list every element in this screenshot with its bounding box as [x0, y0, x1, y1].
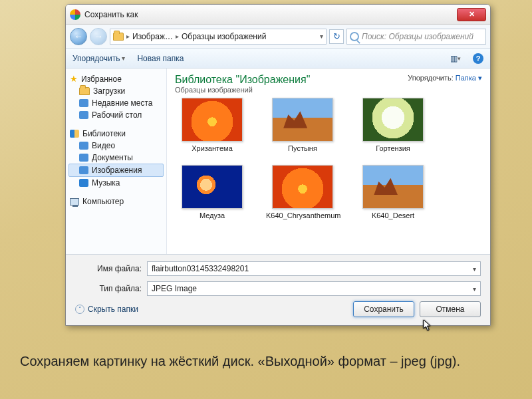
save-form: Имя файла: flairbutton03145332498201▾ Ти…	[66, 255, 490, 325]
chevron-down-icon[interactable]: ▾	[473, 265, 476, 273]
view-options-button[interactable]: ▥ ▾	[450, 53, 461, 64]
thumbnail-item[interactable]: Гортензия	[356, 98, 430, 153]
thumbnail-image	[272, 98, 333, 142]
filename-label: Имя файла:	[75, 264, 142, 273]
sidebar-item-desktop[interactable]: Рабочий стол	[68, 109, 164, 121]
close-button[interactable]: ✕	[457, 8, 486, 21]
save-as-dialog: Сохранить как ✕ ← → ▸ Изображ… ▸ Образцы…	[65, 4, 491, 326]
window-title: Сохранить как	[84, 10, 457, 19]
thumbnail-image	[182, 165, 243, 209]
thumbnail-image	[272, 165, 333, 209]
content-pane: Библиотека "Изображения" Образцы изображ…	[167, 68, 490, 254]
save-button[interactable]: Сохранить	[353, 301, 414, 317]
libraries-icon	[70, 130, 79, 138]
arrange-by[interactable]: Упорядочить: Папка ▾	[408, 74, 482, 82]
thumbnail-label: K640_Desert	[372, 211, 414, 220]
chrome-icon	[70, 9, 80, 20]
sidebar-item-pictures[interactable]: Изображения	[68, 164, 164, 177]
chevron-up-icon: ˄	[75, 305, 84, 314]
sidebar-item-video[interactable]: Видео	[68, 140, 164, 152]
folder-icon	[79, 87, 90, 95]
nav-bar: ← → ▸ Изображ… ▸ Образцы изображений ▾ ↻…	[66, 25, 490, 49]
help-button[interactable]: ?	[473, 53, 483, 64]
forward-button[interactable]: →	[90, 28, 107, 45]
sidebar-computer[interactable]: Компьютер	[68, 196, 164, 207]
hide-folders-toggle[interactable]: ˄ Скрыть папки	[75, 305, 138, 314]
thumbnail-label: Пустыня	[288, 144, 317, 153]
sidebar-item-downloads[interactable]: Загрузки	[68, 85, 164, 97]
thumbnail-image	[362, 98, 424, 142]
chevron-right-icon: ▸	[126, 33, 130, 40]
titlebar: Сохранить как ✕	[66, 5, 490, 25]
desktop-icon	[79, 111, 88, 119]
chevron-right-icon: ▸	[176, 33, 179, 40]
search-icon	[350, 32, 359, 41]
thumbnail-item[interactable]: K640_Chrysanthemum	[265, 165, 340, 220]
search-input[interactable]: Поиск: Образцы изображений	[346, 29, 486, 45]
thumbnail-image	[362, 165, 424, 209]
library-subtitle: Образцы изображений	[175, 86, 310, 94]
chevron-down-icon[interactable]: ▾	[320, 33, 323, 40]
sidebar-item-documents[interactable]: Документы	[68, 152, 164, 164]
library-title: Библиотека "Изображения"	[175, 74, 310, 86]
back-button[interactable]: ←	[70, 28, 87, 45]
recent-icon	[79, 99, 88, 107]
computer-icon	[70, 198, 79, 205]
filename-input[interactable]: flairbutton03145332498201▾	[147, 261, 481, 276]
crumb-1[interactable]: Изображ…	[132, 32, 173, 41]
crumb-2[interactable]: Образцы изображений	[182, 32, 266, 41]
search-placeholder: Поиск: Образцы изображений	[362, 32, 473, 41]
thumbnail-item[interactable]: Медуза	[175, 165, 249, 220]
sidebar-favorites[interactable]: ★Избранное	[68, 72, 164, 85]
pictures-icon	[79, 166, 88, 174]
sidebar-libraries[interactable]: Библиотеки	[68, 128, 164, 140]
new-folder-button[interactable]: Новая папка	[137, 54, 184, 63]
sidebar-item-music[interactable]: Музыка	[68, 177, 164, 189]
filetype-label: Тип файла:	[75, 284, 142, 293]
documents-icon	[79, 154, 88, 162]
thumbnail-image	[182, 98, 243, 142]
thumbnail-label: Хризантема	[192, 144, 233, 153]
star-icon: ★	[70, 74, 78, 84]
thumbnail-item[interactable]: Хризантема	[175, 98, 249, 153]
chevron-down-icon[interactable]: ▾	[473, 285, 476, 293]
cancel-button[interactable]: Отмена	[420, 301, 481, 317]
breadcrumb[interactable]: ▸ Изображ… ▸ Образцы изображений ▾	[110, 29, 327, 45]
folder-icon	[113, 33, 124, 41]
slide-caption: Сохраняем картинку на жёсткий диск. «Вых…	[20, 352, 512, 370]
thumbnail-item[interactable]: K640_Desert	[356, 165, 430, 220]
organize-button[interactable]: Упорядочить▾	[72, 54, 125, 63]
thumbnail-label: K640_Chrysanthemum	[266, 211, 339, 220]
refresh-button[interactable]: ↻	[329, 29, 344, 44]
thumbnail-label: Гортензия	[376, 144, 410, 153]
thumbnail-item[interactable]: Пустыня	[265, 98, 340, 153]
filetype-select[interactable]: JPEG Image▾	[147, 281, 481, 296]
sidebar: ★Избранное Загрузки Недавние места Рабоч…	[66, 68, 167, 254]
video-icon	[79, 142, 88, 150]
thumbnail-grid: ХризантемаПустыняГортензияМедузаK640_Chr…	[175, 98, 482, 219]
sidebar-item-recent[interactable]: Недавние места	[68, 97, 164, 109]
thumbnail-label: Медуза	[200, 211, 225, 220]
toolbar: Упорядочить▾ Новая папка ▥ ▾ ?	[66, 49, 490, 68]
music-icon	[79, 179, 88, 187]
